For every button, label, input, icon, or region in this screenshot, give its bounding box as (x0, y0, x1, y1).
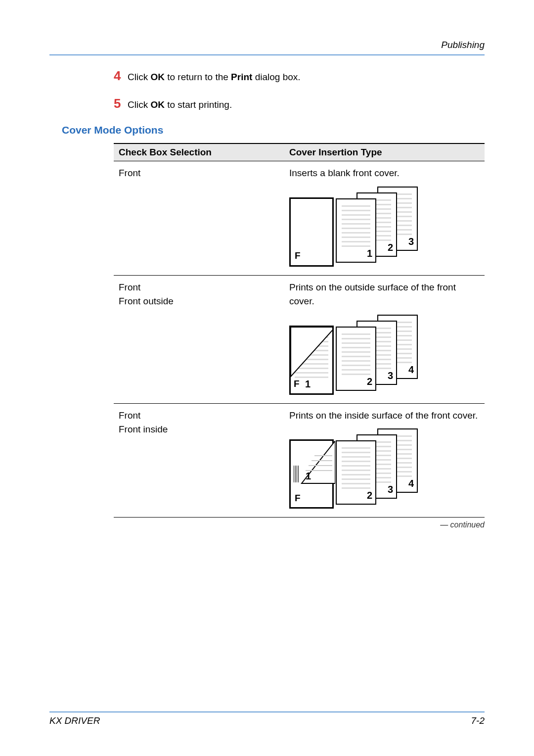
step-5: 5 Click OK to start printing. (114, 97, 485, 112)
t: to return to the (165, 72, 231, 82)
row-description: Prints on the outside surface of the fro… (289, 281, 480, 309)
table-row: Front Front outside Prints on the outsid… (114, 275, 485, 403)
cover-mode-options-table: Check Box Selection Cover Insertion Type… (114, 143, 485, 518)
step-number: 5 (114, 97, 128, 110)
selection-line: Front inside (119, 423, 279, 437)
cover-diagram-inside: 4 3 2 (289, 428, 418, 510)
page: Publishing 4 Click OK to return to the P… (0, 0, 534, 756)
header-section: Publishing (49, 40, 485, 54)
row-description: Prints on the inside surface of the fron… (289, 409, 480, 423)
header-rule (49, 54, 485, 55)
footer-left: KX DRIVER (49, 715, 100, 726)
insertion-cell: Inserts a blank front cover. 3 2 (284, 161, 485, 276)
selection-line: Front outside (119, 294, 279, 309)
selection-cell: Front Front outside (114, 275, 284, 403)
selection-cell: Front Front inside (114, 403, 284, 518)
row-description: Inserts a blank front cover. (289, 166, 480, 181)
step-4: 4 Click OK to return to the Print dialog… (114, 69, 485, 84)
selection-line: Front (119, 409, 279, 423)
step-text: Click OK to start printing. (128, 97, 232, 112)
selection-line: Front (119, 166, 279, 181)
insertion-cell: Prints on the outside surface of the fro… (284, 275, 485, 403)
table-header-row: Check Box Selection Cover Insertion Type (114, 143, 485, 161)
table-header: Cover Insertion Type (284, 143, 485, 161)
content-area: 4 Click OK to return to the Print dialog… (114, 69, 485, 529)
footer-right: 7-2 (471, 715, 485, 726)
page-footer: KX DRIVER 7-2 (49, 711, 485, 726)
t-bold: OK (150, 72, 165, 82)
t: Click (128, 72, 150, 82)
cover-diagram-blank: 3 2 1 F (289, 187, 418, 268)
t: Click (128, 99, 150, 110)
table-row: Front Front inside Prints on the inside … (114, 403, 485, 518)
step-text: Click OK to return to the Print dialog b… (128, 69, 301, 84)
t: to start printing. (165, 99, 232, 110)
step-number: 4 (114, 69, 128, 82)
section-heading: Cover Mode Options (62, 124, 485, 136)
svg-marker-0 (291, 327, 334, 377)
t-bold: Print (231, 72, 252, 82)
t: dialog box. (252, 72, 300, 82)
selection-line: Front (119, 281, 279, 295)
cover-diagram-outside: 4 3 2 (289, 315, 418, 396)
continued-note: — continued (114, 520, 485, 529)
insertion-cell: Prints on the inside surface of the fron… (284, 403, 485, 518)
table-row: Front Inserts a blank front cover. 3 (114, 161, 485, 276)
table-header: Check Box Selection (114, 143, 284, 161)
t-bold: OK (150, 99, 165, 110)
selection-cell: Front (114, 161, 284, 276)
